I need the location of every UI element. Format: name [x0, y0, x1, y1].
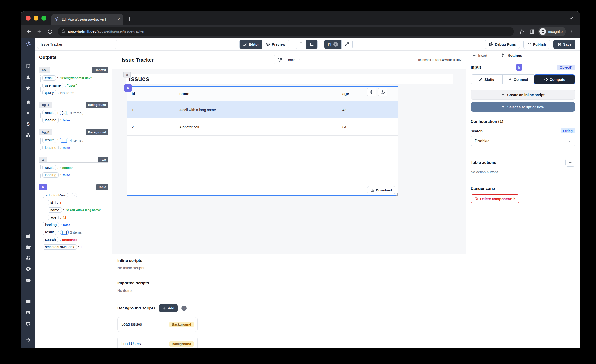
favorites-star-icon[interactable]	[21, 82, 35, 93]
runs-play-icon[interactable]	[21, 108, 35, 119]
folders-icon[interactable]	[21, 241, 35, 253]
output-row[interactable]: result:[...]4 items ,	[42, 138, 106, 143]
compute-mode-button[interactable]: Compute	[534, 74, 575, 84]
table-row[interactable]: 2 A briefer cell 84	[127, 119, 398, 136]
browser-menu-icon[interactable]	[567, 27, 576, 36]
more-options-icon[interactable]	[475, 41, 481, 47]
background-script-item[interactable]: Load Users Background	[117, 337, 198, 348]
expand-array-button[interactable]: [...]	[60, 138, 68, 142]
editor-tab[interactable]: Editor	[240, 40, 262, 49]
add-table-action-button[interactable]	[566, 158, 575, 167]
minimize-window-button[interactable]	[34, 16, 38, 21]
output-row[interactable]: name:"A cell with a long name"	[48, 207, 106, 213]
component-id-tab[interactable]: bg_1	[39, 102, 52, 108]
layout-toggle: |0| i	[324, 40, 353, 49]
output-row[interactable]: result:[...]8 items ,	[42, 110, 106, 115]
refresh-mode-dropdown[interactable]: once	[285, 55, 303, 65]
bookmark-star-icon[interactable]	[517, 27, 526, 36]
table-component-selected[interactable]: id name age 1 A cell with a long name 42…	[127, 86, 398, 196]
user-icon[interactable]	[21, 72, 35, 82]
resources-icon[interactable]	[21, 129, 35, 141]
output-row[interactable]: id:1	[48, 200, 106, 205]
output-row[interactable]: selectedRowIndex:0	[43, 244, 106, 250]
reload-icon[interactable]	[45, 27, 54, 36]
forward-icon[interactable]	[35, 27, 44, 36]
output-row[interactable]: loading:false	[43, 222, 106, 227]
save-button[interactable]: Save	[553, 40, 575, 49]
background-script-item[interactable]: Load Issues Background	[117, 317, 198, 332]
download-button[interactable]: Download	[367, 186, 395, 194]
output-row[interactable]: username:"user"	[42, 83, 106, 88]
app-name-input[interactable]	[37, 40, 117, 49]
table-header-cell[interactable]: name	[175, 87, 338, 101]
create-inline-script-button[interactable]: Create an inline script	[471, 90, 575, 100]
select-script-or-flow-button[interactable]: Select a script or flow	[471, 102, 575, 111]
expand-array-button[interactable]: [...]	[60, 230, 68, 235]
component-id-tab[interactable]: bg_0	[39, 129, 52, 135]
resize-handle[interactable]	[395, 193, 398, 196]
output-row[interactable]: result:[...]2 items ,	[43, 230, 106, 235]
info-icon[interactable]: i	[181, 306, 187, 311]
github-icon[interactable]	[21, 318, 35, 329]
output-row[interactable]: selectedRow:-	[43, 193, 106, 198]
component-label-b[interactable]: b	[124, 84, 132, 91]
fullscreen-button[interactable]	[341, 40, 352, 49]
collapse-object-button[interactable]: -	[72, 193, 77, 197]
debug-runs-button[interactable]: Debug Runs	[485, 40, 520, 49]
tab-settings[interactable]: Settings	[501, 51, 523, 60]
workspace-icon[interactable]	[21, 60, 35, 72]
output-row[interactable]: search:undefined	[43, 237, 106, 242]
search-mode-select[interactable]: Disabled	[471, 136, 575, 146]
refresh-button[interactable]	[274, 55, 285, 65]
output-row[interactable]: age:42	[48, 215, 106, 220]
side-panel-icon[interactable]	[528, 27, 537, 36]
collapse-sidebar-arrow-icon[interactable]	[21, 334, 35, 345]
publish-button[interactable]: Publish	[523, 40, 550, 49]
table-row-selected[interactable]: 1 A cell with a long name 42	[127, 101, 398, 119]
home-icon[interactable]	[21, 97, 35, 108]
workers-robot-icon[interactable]	[21, 274, 35, 285]
component-id-tab[interactable]: a	[39, 157, 47, 162]
text-component[interactable]: Issues	[126, 74, 453, 84]
output-row[interactable]: loading:false	[42, 118, 106, 123]
preview-tab[interactable]: Preview	[262, 40, 289, 49]
output-row[interactable]: email:"user@windmill.dev"	[42, 75, 106, 81]
component-id-tab[interactable]: ctx	[39, 67, 50, 73]
tab-insert[interactable]: Insert	[471, 51, 488, 60]
expand-array-button[interactable]: [...]	[60, 111, 68, 115]
windmill-logo[interactable]	[21, 38, 35, 50]
app-canvas[interactable]: a Issues b	[112, 69, 466, 254]
desktop-view-button[interactable]	[306, 40, 317, 49]
mobile-view-button[interactable]	[296, 40, 306, 49]
table-header-cell[interactable]: id	[127, 87, 175, 101]
new-tab-button[interactable]	[127, 16, 132, 22]
tab-close-icon[interactable]: ✕	[117, 17, 120, 22]
delete-component-button[interactable]: Delete component: b	[471, 194, 519, 203]
docs-book-icon[interactable]	[21, 296, 35, 307]
add-background-script-button[interactable]: Add	[159, 304, 178, 312]
close-window-button[interactable]	[26, 16, 30, 21]
output-row[interactable]: query:No items	[42, 90, 106, 95]
output-row[interactable]: loading:false	[42, 145, 106, 150]
component-label-a[interactable]: a	[124, 72, 131, 78]
url-input[interactable]: app.windmill.dev/apps/edit/u/user/issue-…	[58, 27, 514, 36]
connect-mode-button[interactable]: Connect	[502, 74, 534, 84]
component-id-tab-selected[interactable]: b	[39, 184, 47, 190]
maximize-window-button[interactable]	[41, 16, 46, 21]
back-icon[interactable]	[24, 27, 33, 36]
anchor-component-button[interactable]	[378, 88, 387, 96]
schedules-calendar-icon[interactable]	[21, 230, 35, 241]
static-mode-button[interactable]: Static	[471, 74, 502, 84]
output-row[interactable]: loading:false	[42, 172, 106, 178]
variables-icon[interactable]: $	[21, 119, 35, 129]
browser-tab[interactable]: Edit App u/user/issue-tracker | ✕	[52, 14, 123, 25]
audit-logs-eye-icon[interactable]	[21, 263, 35, 274]
incognito-badge[interactable]: Incognito	[538, 27, 566, 36]
output-row[interactable]: result:"Issues"	[42, 165, 106, 170]
discord-icon[interactable]	[21, 307, 35, 318]
groups-icon[interactable]	[21, 253, 35, 263]
resize-handle[interactable]	[450, 81, 452, 83]
move-component-button[interactable]	[367, 88, 376, 96]
tab-search-chevron-icon[interactable]	[569, 16, 574, 22]
hide-panels-button[interactable]: |0| i	[324, 40, 341, 49]
